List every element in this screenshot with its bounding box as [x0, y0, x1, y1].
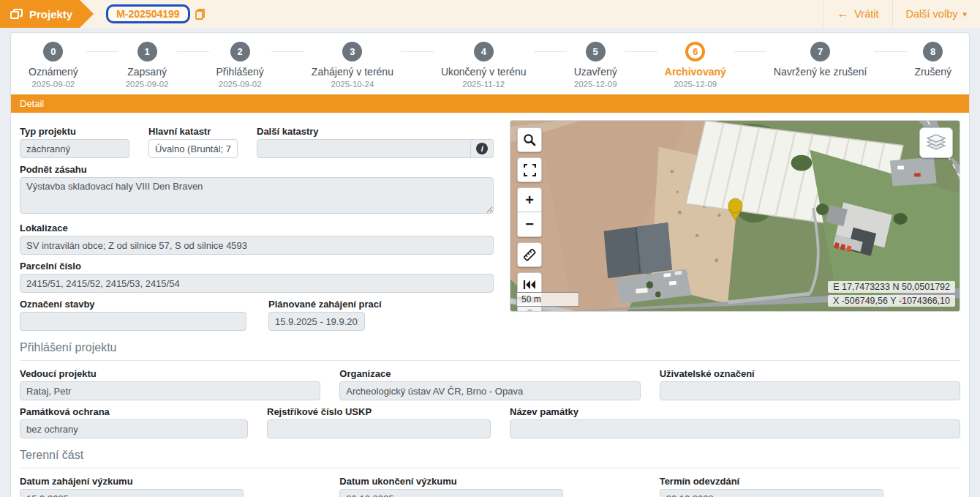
copy-icon[interactable] [195, 8, 206, 20]
vedouci-label: Vedoucí projektu [20, 368, 320, 379]
layers-icon [925, 133, 947, 152]
map-search-button[interactable] [517, 127, 542, 152]
step-connector [86, 51, 118, 52]
step-circle: 8 [923, 42, 943, 61]
fullscreen-icon [524, 164, 536, 176]
map-scale-bar: 50 m [516, 292, 579, 307]
hlavni-katastr-input[interactable] [148, 139, 238, 158]
step-circle: 7 [810, 42, 830, 61]
cascade-windows-icon [10, 9, 23, 20]
chevron-down-icon: ▾ [962, 10, 967, 19]
step-zruseny: 8 Zrušený [914, 42, 951, 90]
organizace-label: Organizace [339, 368, 640, 379]
planovane-zahajeni-label: Plánované zahájení prací [268, 299, 494, 310]
pamatkova-ochrana-label: Památková ochrana [20, 406, 248, 417]
map-canvas[interactable]: + − [510, 120, 960, 312]
vedouci-input[interactable] [20, 381, 320, 400]
top-bar: Projekty M-202504199 ← Vrátit Další volb… [0, 0, 980, 28]
lokalizace-label: Lokalizace [20, 223, 494, 233]
dalsi-katastry-input[interactable] [257, 139, 471, 158]
step-ukonceny: 4 Ukončený v terénu 2025-11-12 [441, 42, 527, 90]
project-detail-card: 0 Oznámený 2025-09-02 1 Zapsaný 2025-09-… [10, 32, 970, 497]
nazev-pamatky-label: Název památky [510, 406, 960, 417]
step-connector [176, 51, 209, 52]
typ-projektu-input[interactable] [20, 139, 129, 158]
uzivatelske-oznaceni-label: Uživatelské označení [660, 368, 960, 379]
oznaceni-stavby-input[interactable] [20, 312, 246, 331]
step-uzavreny: 5 Uzavřený 2025-12-09 [574, 42, 617, 90]
step-circle: 1 [137, 42, 157, 61]
lokalizace-input[interactable] [20, 236, 494, 255]
oznaceni-stavby-label: Označení stavby [20, 299, 246, 310]
dalsi-katastry-info: i [471, 139, 494, 158]
datum-ukonceni-input[interactable] [339, 489, 563, 497]
projects-tab-label: Projekty [29, 8, 72, 20]
step-circle: 5 [586, 42, 606, 61]
map-measure-button[interactable] [517, 242, 542, 267]
step-zahajeny: 3 Zahájený v terénu 2025-10-24 [312, 42, 393, 90]
datum-ukonceni-label: Datum ukončení výzkumu [339, 476, 640, 487]
back-button[interactable]: ← Vrátit [823, 0, 892, 28]
termin-odevzdani-label: Termín odevzdání [660, 476, 960, 487]
more-options-label: Další volby [906, 8, 958, 20]
step-navrzeny-ke-zruseni: 7 Navržený ke zrušení [774, 42, 867, 90]
ruler-icon [522, 247, 537, 262]
dalsi-katastry-label: Další katastry [257, 126, 494, 137]
rejstrikove-cislo-label: Rejstříkové číslo USKP [267, 406, 491, 417]
project-id-badge[interactable]: M-202504199 [106, 4, 189, 23]
detail-section-header: Detail [11, 94, 969, 113]
section-header-prihlaseni: Přihlášení projektu [20, 331, 960, 361]
zoom-out-button[interactable]: − [517, 212, 542, 237]
step-prihlaseny: 2 Přihlášený 2025-09-02 [216, 42, 264, 90]
uzivatelske-oznaceni-input[interactable] [660, 381, 960, 400]
step-zapsany: 1 Zapsaný 2025-09-02 [126, 42, 169, 90]
coords-geo: E 17,7473233 N 50,0501792 [828, 281, 955, 293]
step-connector [625, 51, 657, 52]
parcelni-cislo-input[interactable] [20, 274, 494, 293]
datum-zahajeni-input[interactable] [20, 489, 244, 497]
step-connector [534, 51, 567, 52]
step-circle: 3 [342, 42, 362, 61]
projects-tab[interactable]: Projekty [0, 0, 80, 28]
step-circle: 6 [685, 42, 705, 61]
nazev-pamatky-input[interactable] [510, 419, 960, 438]
rejstrikove-cislo-input[interactable] [267, 419, 491, 438]
back-button-label: Vrátit [854, 8, 878, 20]
step-connector [401, 51, 434, 52]
step-archivovany: 6 Archivovaný 2025-12-09 [665, 42, 726, 90]
planovane-zahajeni-input[interactable] [268, 312, 365, 331]
map-layers-button[interactable] [919, 127, 953, 158]
step-connector [874, 51, 907, 52]
lock-icon [524, 309, 535, 313]
organizace-input[interactable] [339, 381, 640, 400]
datum-zahajeni-label: Datum zahájení výzkumu [20, 476, 320, 487]
typ-projektu-label: Typ projektu [20, 126, 129, 137]
hlavni-katastr-label: Hlavní katastr [148, 126, 238, 137]
map-zoom-controls: + − [517, 187, 542, 237]
search-icon [523, 133, 536, 146]
section-header-terenni: Terenní část [20, 438, 960, 468]
step-circle: 0 [43, 42, 63, 61]
zoom-in-button[interactable]: + [517, 187, 542, 212]
pamatkova-ochrana-input[interactable] [20, 419, 248, 438]
more-options-button[interactable]: Další volby ▾ [892, 0, 980, 28]
parcelni-cislo-label: Parcelní číslo [20, 261, 494, 272]
step-connector [271, 51, 304, 52]
coords-sjtsk: X -506749,56 Y -1074366,10 [828, 295, 955, 307]
step-oznameny: 0 Oznámený 2025-09-02 [29, 42, 78, 90]
podnet-zasahu-textarea[interactable]: Výstavba skladovací haly VIII Den Braven [20, 177, 494, 214]
previous-extent-icon [522, 279, 537, 291]
map-toolbar: + − [517, 127, 542, 312]
detail-form: Typ projektu Hlavní katastr Další katast… [20, 120, 494, 331]
map-coordinates: E 17,7473233 N 50,0501792 X -506749,56 Y… [828, 281, 955, 307]
arrow-left-icon: ← [837, 7, 849, 21]
termin-odevzdani-input[interactable] [660, 489, 883, 497]
step-circle: 2 [230, 42, 250, 61]
map-fullscreen-button[interactable] [517, 157, 542, 182]
step-circle: 4 [474, 42, 494, 61]
status-stepper: 0 Oznámený 2025-09-02 1 Zapsaný 2025-09-… [11, 33, 969, 94]
info-icon[interactable]: i [476, 143, 488, 154]
podnet-zasahu-label: Podnět zásahu [20, 164, 494, 175]
step-connector [734, 51, 766, 52]
